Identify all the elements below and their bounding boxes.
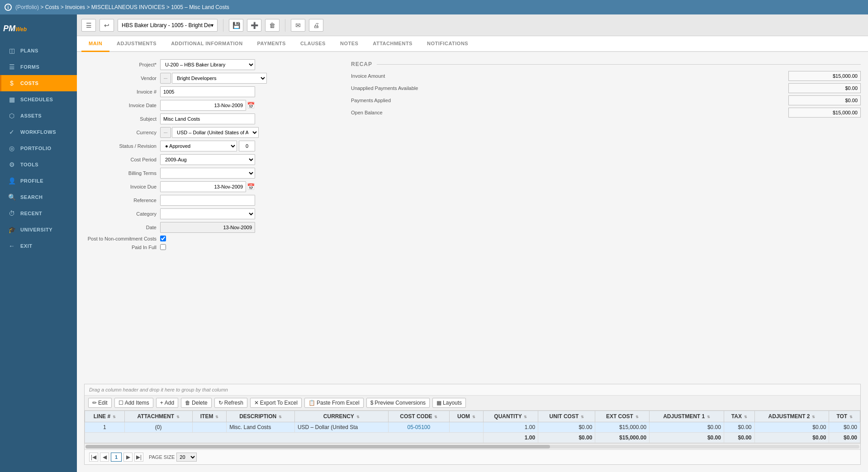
cost-code-link[interactable]: 05-05100 bbox=[407, 424, 430, 430]
sidebar-item-exit[interactable]: ← EXIT bbox=[0, 238, 77, 254]
currency-dots-button[interactable]: ··· bbox=[160, 127, 171, 138]
sidebar-item-label: FORMS bbox=[20, 64, 39, 70]
preview-conversions-button[interactable]: $ Preview Conversions bbox=[366, 398, 430, 408]
edit-button[interactable]: ✏ Edit bbox=[88, 398, 112, 408]
current-page[interactable]: 1 bbox=[111, 453, 122, 462]
billing-terms-select[interactable] bbox=[160, 168, 255, 179]
sidebar-item-workflows[interactable]: ✓ WORKFLOWS bbox=[0, 124, 77, 140]
grid-delete-button[interactable]: 🗑 Delete bbox=[181, 398, 212, 408]
grid-scrollbar[interactable] bbox=[85, 443, 860, 449]
col-ext-cost[interactable]: EXT COST ⇅ bbox=[595, 411, 650, 422]
page-size-select[interactable]: 20 50 100 bbox=[176, 453, 197, 462]
col-adjustment1-sort: ⇅ bbox=[707, 415, 710, 419]
revision-input[interactable] bbox=[239, 141, 255, 151]
record-dropdown[interactable]: HBS Baker Library - 1005 - Bright De ▾ bbox=[118, 19, 218, 32]
col-total[interactable]: TOT ⇅ bbox=[829, 411, 860, 422]
sidebar-item-tools[interactable]: ⚙ TOOLS bbox=[0, 156, 77, 173]
prev-page-button[interactable]: ◀ bbox=[100, 453, 109, 462]
sidebar-item-forms[interactable]: ☰ FORMS bbox=[0, 59, 77, 75]
col-cost-code-label: COST CODE bbox=[400, 413, 432, 420]
add-button[interactable]: ➕ bbox=[247, 19, 261, 32]
tab-additional-information[interactable]: ADDITIONAL INFORMATION bbox=[164, 36, 250, 52]
last-page-button[interactable]: ▶| bbox=[134, 453, 143, 462]
invoice-due-calendar-icon[interactable]: 📅 bbox=[247, 183, 255, 190]
category-select[interactable] bbox=[160, 208, 255, 219]
cell-attachment: (0) bbox=[124, 422, 192, 433]
col-line[interactable]: LINE # ⇅ bbox=[85, 411, 125, 422]
layouts-button[interactable]: ▦ Layouts bbox=[432, 398, 466, 408]
next-page-button[interactable]: ▶ bbox=[123, 453, 133, 462]
col-currency[interactable]: CURRENCY ⇅ bbox=[294, 411, 388, 422]
sidebar-item-costs[interactable]: $ COSTS bbox=[0, 75, 77, 91]
billing-terms-row: Billing Terms bbox=[84, 168, 337, 179]
col-uom[interactable]: UOM ⇅ bbox=[450, 411, 483, 422]
reference-input[interactable] bbox=[160, 195, 255, 206]
refresh-button[interactable]: ↻ Refresh bbox=[214, 398, 247, 408]
sidebar-item-schedules[interactable]: ▦ SCHEDULES bbox=[0, 91, 77, 108]
vendor-dots-button[interactable]: ··· bbox=[160, 73, 171, 84]
currency-select[interactable]: USD – Dollar (United States of Ameri bbox=[172, 127, 259, 138]
grid-header: LINE # ⇅ ATTACHMENT ⇅ ITEM ⇅ bbox=[85, 411, 860, 422]
subject-input[interactable] bbox=[160, 113, 255, 124]
table-row[interactable]: 1 (0) Misc. Land Costs USD – Dollar (Uni… bbox=[85, 422, 860, 433]
print-button[interactable]: 🖨 bbox=[309, 19, 323, 32]
export-excel-button[interactable]: ✕ Export To Excel bbox=[250, 398, 302, 408]
tab-notifications[interactable]: NOTIFICATIONS bbox=[420, 36, 475, 52]
totals-total: $0.00 bbox=[829, 433, 860, 443]
tab-notes[interactable]: NOTES bbox=[333, 36, 365, 52]
sidebar-item-search[interactable]: 🔍 SEARCH bbox=[0, 189, 77, 205]
add-items-button[interactable]: ☐ Add Items bbox=[114, 398, 153, 408]
invoice-due-input[interactable] bbox=[160, 181, 246, 192]
menu-icon[interactable]: ☰ bbox=[81, 19, 96, 32]
save-button[interactable]: 💾 bbox=[229, 19, 243, 32]
vendor-select[interactable]: Bright Developers bbox=[172, 73, 267, 84]
col-unit-cost[interactable]: UNIT COST ⇅ bbox=[538, 411, 595, 422]
email-button[interactable]: ✉ bbox=[291, 19, 305, 32]
scroll-track[interactable] bbox=[85, 445, 859, 448]
tab-adjustments[interactable]: ADJUSTMENTS bbox=[109, 36, 164, 52]
col-item[interactable]: ITEM ⇅ bbox=[192, 411, 226, 422]
col-tax[interactable]: TAX ⇅ bbox=[724, 411, 754, 422]
col-cost-code[interactable]: COST CODE ⇅ bbox=[388, 411, 450, 422]
info-icon[interactable]: i bbox=[5, 4, 12, 11]
sidebar-item-recent[interactable]: ⏱ RECENT bbox=[0, 205, 77, 222]
post-noncommit-checkbox[interactable] bbox=[160, 236, 166, 241]
invoice-date-input[interactable] bbox=[160, 100, 246, 111]
tab-main[interactable]: MAIN bbox=[81, 36, 109, 52]
tab-payments[interactable]: PAYMENTS bbox=[250, 36, 293, 52]
sidebar-item-label: ASSETS bbox=[20, 113, 42, 118]
invoice-date-wrap: 📅 bbox=[160, 100, 255, 111]
status-select[interactable]: ● Approved bbox=[160, 141, 237, 151]
form-columns: Project* U-200 – HBS Baker Library Vendo… bbox=[84, 59, 861, 253]
cost-period-select[interactable]: 2009-Aug bbox=[160, 154, 255, 165]
col-adjustment2[interactable]: ADJUSTMENT 2 ⇅ bbox=[754, 411, 829, 422]
first-page-button[interactable]: |◀ bbox=[89, 453, 98, 462]
paid-full-checkbox[interactable] bbox=[160, 244, 166, 250]
scroll-thumb[interactable] bbox=[85, 445, 550, 448]
tab-clauses[interactable]: CLAUSES bbox=[293, 36, 333, 52]
col-currency-sort: ⇅ bbox=[356, 415, 360, 419]
grid-add-button[interactable]: + Add bbox=[156, 398, 178, 408]
tab-attachments[interactable]: ATTACHMENTS bbox=[365, 36, 420, 52]
sidebar-item-label: SCHEDULES bbox=[20, 97, 53, 102]
col-attachment[interactable]: ATTACHMENT ⇅ bbox=[124, 411, 192, 422]
sidebar-item-portfolio[interactable]: ◎ PORTFOLIO bbox=[0, 140, 77, 156]
sidebar-item-profile[interactable]: 👤 PROFILE bbox=[0, 173, 77, 189]
col-description[interactable]: DESCRIPTION ⇅ bbox=[227, 411, 295, 422]
invoice-num-input[interactable] bbox=[160, 86, 255, 97]
sidebar-item-plans[interactable]: ◫ PLANS bbox=[0, 42, 77, 59]
costs-icon: $ bbox=[8, 80, 16, 87]
breadcrumb-portfolio[interactable]: (Portfolio) bbox=[15, 4, 39, 10]
sidebar-item-university[interactable]: 🎓 UNIVERSITY bbox=[0, 222, 77, 238]
invoice-date-calendar-icon[interactable]: 📅 bbox=[247, 102, 255, 109]
paste-excel-button[interactable]: 📋 Paste From Excel bbox=[304, 398, 364, 408]
project-select[interactable]: U-200 – HBS Baker Library bbox=[160, 59, 255, 70]
delete-button[interactable]: 🗑 bbox=[265, 19, 280, 32]
back-button[interactable]: ↩ bbox=[100, 19, 114, 32]
vendor-row: Vendor ··· Bright Developers bbox=[84, 73, 337, 84]
cell-description: Misc. Land Costs bbox=[227, 422, 295, 433]
col-adjustment1[interactable]: ADJUSTMENT 1 ⇅ bbox=[650, 411, 724, 422]
subject-label: Subject bbox=[84, 116, 157, 122]
col-quantity[interactable]: QUANTITY ⇅ bbox=[483, 411, 538, 422]
sidebar-item-assets[interactable]: ⬡ ASSETS bbox=[0, 108, 77, 124]
